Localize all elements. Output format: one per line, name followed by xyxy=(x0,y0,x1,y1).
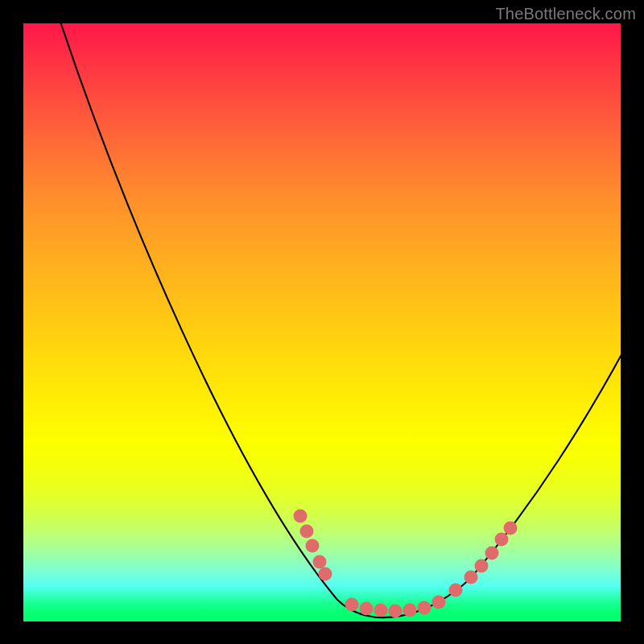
highlight-dot xyxy=(345,598,359,612)
highlight-dot xyxy=(313,555,327,569)
highlight-dot xyxy=(319,568,332,581)
bottleneck-curve xyxy=(60,23,621,617)
highlight-dot xyxy=(306,539,320,553)
highlight-dot xyxy=(360,602,374,616)
plot-area xyxy=(23,23,621,621)
highlight-dot xyxy=(432,596,446,609)
highlight-dot xyxy=(300,525,314,539)
highlight-dots-group xyxy=(294,510,518,618)
highlight-dot xyxy=(294,510,308,523)
highlight-dot xyxy=(418,601,431,615)
highlight-dot xyxy=(464,571,478,584)
watermark-text: TheBottleneck.com xyxy=(495,5,636,23)
chart-svg xyxy=(23,23,621,621)
highlight-dot xyxy=(389,605,402,618)
highlight-dot xyxy=(374,604,388,617)
highlight-dot xyxy=(475,559,489,573)
highlight-dot xyxy=(495,533,509,547)
chart-frame: TheBottleneck.com xyxy=(0,0,644,644)
highlight-dot xyxy=(504,522,518,535)
highlight-dot xyxy=(449,584,463,597)
highlight-dot xyxy=(403,604,417,617)
highlight-dot xyxy=(485,547,499,560)
